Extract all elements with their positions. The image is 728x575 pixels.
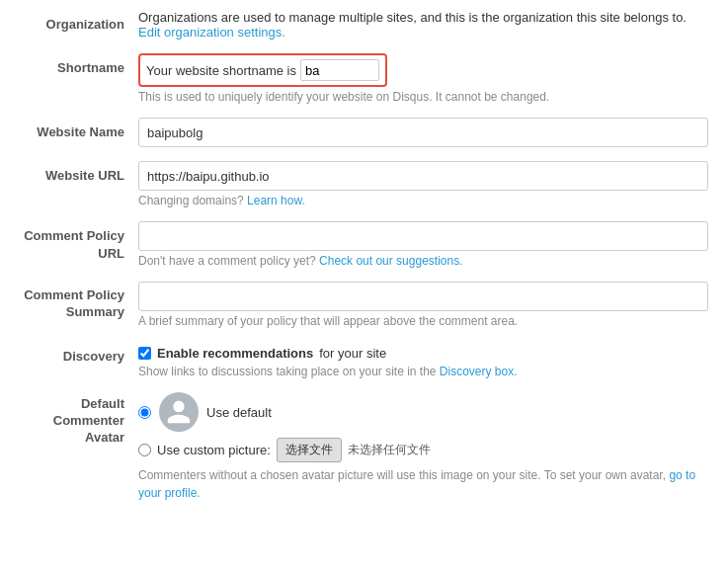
learn-how-link[interactable]: Learn how. xyxy=(247,194,305,207)
comment-policy-url-row: Comment Policy URL Don't have a comment … xyxy=(10,221,708,268)
comment-policy-summary-content: A brief summary of your policy that will… xyxy=(138,282,708,328)
discovery-checkbox-label[interactable]: Enable recommendations for your site xyxy=(138,346,708,361)
use-default-label: Use default xyxy=(206,405,272,420)
check-suggestions-link[interactable]: Check out our suggestions. xyxy=(319,254,462,268)
discovery-box-link[interactable]: Discovery box. xyxy=(440,365,518,378)
settings-form: Organization Organizations are used to m… xyxy=(0,0,728,526)
discovery-row: Discovery Enable recommendations for you… xyxy=(10,342,708,378)
comment-policy-summary-input[interactable] xyxy=(138,282,708,311)
shortname-row: Shortname Your website shortname is This… xyxy=(10,53,708,104)
organization-description: Organizations are used to manage multipl… xyxy=(138,10,687,25)
discovery-content: Enable recommendations for your site Sho… xyxy=(138,342,708,378)
website-url-hint: Changing domains? Learn how. xyxy=(138,194,708,207)
organization-content: Organizations are used to manage multipl… xyxy=(138,10,708,40)
use-default-radio[interactable] xyxy=(138,406,151,419)
comment-policy-url-hint: Don't have a comment policy yet? Check o… xyxy=(138,254,708,268)
use-custom-label: Use custom picture: xyxy=(157,443,271,457)
comment-policy-summary-label: Comment Policy Summary xyxy=(10,282,138,321)
website-name-label: Website Name xyxy=(10,118,138,141)
website-url-label: Website URL xyxy=(10,161,138,185)
avatar-content: Use default Use custom picture: 选择文件 未选择… xyxy=(138,392,708,502)
organization-row: Organization Organizations are used to m… xyxy=(10,10,708,40)
website-name-row: Website Name xyxy=(10,118,708,147)
use-default-option: Use default xyxy=(138,392,708,432)
discovery-checkbox[interactable] xyxy=(138,347,151,360)
shortname-hint: This is used to uniquely identify your w… xyxy=(138,90,708,104)
use-custom-option: Use custom picture: 选择文件 未选择任何文件 xyxy=(138,438,708,462)
default-avatar-circle xyxy=(159,392,199,432)
shortname-content: Your website shortname is This is used t… xyxy=(138,53,708,104)
website-name-input[interactable] xyxy=(138,118,708,147)
website-url-content: Changing domains? Learn how. xyxy=(138,161,708,207)
avatar-label: Default Commenter Avatar xyxy=(10,392,138,447)
choose-file-button[interactable]: 选择文件 xyxy=(277,438,342,462)
comment-policy-url-content: Don't have a comment policy yet? Check o… xyxy=(138,221,708,268)
edit-organization-link[interactable]: Edit organization settings. xyxy=(138,25,285,40)
discovery-label: Discovery xyxy=(10,342,138,366)
shortname-highlight-box: Your website shortname is xyxy=(138,53,387,87)
discovery-label-suffix: for your site xyxy=(319,346,386,361)
no-file-text: 未选择任何文件 xyxy=(348,442,431,458)
discovery-hint: Show links to discussions taking place o… xyxy=(138,365,708,378)
website-name-content xyxy=(138,118,708,147)
avatar-hint: Commenters without a chosen avatar pictu… xyxy=(138,466,708,502)
organization-label: Organization xyxy=(10,10,138,34)
website-url-input[interactable] xyxy=(138,161,708,191)
shortname-input[interactable] xyxy=(300,59,379,81)
website-url-row: Website URL Changing domains? Learn how. xyxy=(10,161,708,207)
comment-policy-summary-row: Comment Policy Summary A brief summary o… xyxy=(10,282,708,328)
default-commenter-avatar-row: Default Commenter Avatar Use default Use… xyxy=(10,392,708,502)
shortname-static-text: Your website shortname is xyxy=(146,63,296,78)
discovery-label-prefix: Enable recommendations xyxy=(157,346,313,361)
comment-policy-url-label: Comment Policy URL xyxy=(10,221,138,263)
comment-policy-url-input[interactable] xyxy=(138,221,708,251)
default-avatar-icon xyxy=(165,398,193,426)
use-custom-radio[interactable] xyxy=(138,444,151,456)
shortname-label: Shortname xyxy=(10,53,138,77)
comment-policy-summary-hint: A brief summary of your policy that will… xyxy=(138,314,708,328)
